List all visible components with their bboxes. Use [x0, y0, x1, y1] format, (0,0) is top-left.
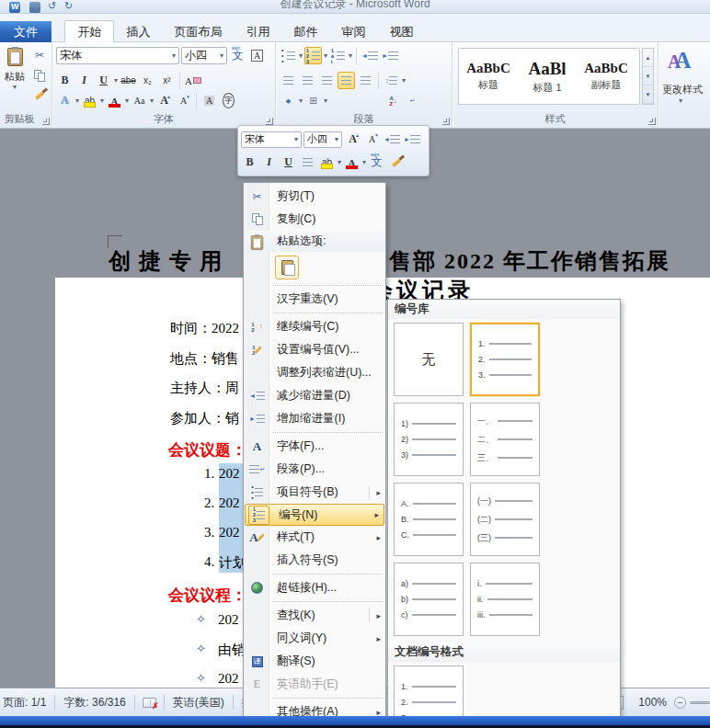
- mini-increase-indent-button[interactable]: ►: [403, 131, 421, 148]
- font-dialog-launcher[interactable]: [266, 118, 273, 125]
- numbering-option-none[interactable]: 无: [394, 323, 464, 396]
- numbering-option[interactable]: A.B.C.: [394, 483, 464, 556]
- numbering-option[interactable]: i.ii.iii.: [470, 563, 540, 636]
- menu-item-increase-indent[interactable]: ►增加缩进量(I): [244, 407, 385, 430]
- line-spacing-button[interactable]: ↕: [383, 72, 400, 89]
- menu-item-styles[interactable]: A样式(T)▸: [244, 526, 385, 549]
- menu-item-continue-numbering[interactable]: 12→继续编号(C): [244, 315, 385, 338]
- menu-item-set-numbering-value[interactable]: 12设置编号值(V)...: [244, 338, 385, 361]
- style-gallery-item[interactable]: AaBbC标题: [459, 49, 518, 104]
- underline-button[interactable]: [95, 72, 112, 89]
- align-left-button[interactable]: [280, 72, 297, 89]
- subscript-button[interactable]: [139, 72, 156, 89]
- highlight-color-button[interactable]: [81, 92, 98, 109]
- font-size-combo[interactable]: 小四: [181, 47, 227, 64]
- clear-formatting-button[interactable]: [184, 72, 202, 89]
- bold-button[interactable]: [56, 72, 74, 89]
- multilevel-list-button[interactable]: 1ai: [329, 47, 347, 64]
- mini-font-color-button[interactable]: [343, 154, 361, 171]
- sort-button[interactable]: AZ↓: [384, 92, 402, 109]
- ribbon-tab[interactable]: 审阅: [329, 21, 377, 43]
- menu-item-find[interactable]: 查找(K)▸: [244, 604, 385, 627]
- menu-item-cut[interactable]: ✂剪切(T): [244, 185, 385, 208]
- style-gallery-item[interactable]: AaBl标题 1: [518, 49, 577, 104]
- numbering-option[interactable]: a)b)c): [394, 563, 464, 636]
- superscript-button[interactable]: [158, 72, 176, 89]
- menu-item-synonyms[interactable]: 同义词(Y)▸: [244, 627, 385, 650]
- grow-font-button[interactable]: [155, 92, 173, 109]
- mini-grow-font-button[interactable]: [344, 131, 361, 148]
- menu-item-paragraph[interactable]: ↵段落(P)...: [244, 458, 385, 481]
- paragraph-dialog-launcher[interactable]: [442, 118, 450, 125]
- clipboard-dialog-launcher[interactable]: [42, 118, 50, 125]
- decrease-indent-button[interactable]: ◄: [361, 47, 379, 64]
- enclose-characters-button[interactable]: [220, 92, 237, 109]
- numbering-option[interactable]: 一、二、三、: [470, 403, 540, 476]
- distribute-button[interactable]: [357, 72, 374, 89]
- numbering-option[interactable]: 1.2.3.: [470, 323, 540, 396]
- menu-item-decrease-indent[interactable]: ◄减少缩进量(D): [244, 384, 385, 407]
- justify-button[interactable]: [338, 72, 355, 89]
- character-border-button[interactable]: [248, 47, 266, 64]
- mini-font-name-combo[interactable]: 宋体: [241, 131, 302, 148]
- mini-underline-button[interactable]: [280, 154, 297, 171]
- menu-item-copy[interactable]: 复制(C): [244, 208, 385, 231]
- menu-item-hyperlink[interactable]: 超链接(H)...: [244, 576, 385, 599]
- paste-option-button[interactable]: [275, 256, 299, 279]
- status-language[interactable]: 英语(美国): [165, 695, 233, 711]
- ribbon-tab[interactable]: 视图: [377, 21, 425, 43]
- paste-button[interactable]: 粘贴: [2, 46, 28, 110]
- numbering-option[interactable]: (一)(二)(三): [470, 483, 540, 556]
- text-effects-button[interactable]: [56, 92, 74, 109]
- menu-item-paste-options[interactable]: 粘贴选项:: [244, 231, 385, 252]
- numbering-button[interactable]: 123: [304, 47, 322, 64]
- numbering-option[interactable]: 1)2)3): [394, 403, 464, 476]
- styles-dialog-launcher[interactable]: [648, 118, 656, 125]
- mini-font-size-combo[interactable]: 小四: [303, 131, 342, 148]
- ribbon-tab[interactable]: 引用: [234, 21, 281, 43]
- style-gallery-scroll[interactable]: ▲ ▼ ▼: [642, 48, 654, 105]
- menu-item-hanzi-reselect[interactable]: 汉字重选(V): [244, 288, 385, 311]
- mini-shrink-font-button[interactable]: [363, 131, 381, 148]
- change-styles-button[interactable]: AA 更改样式: [658, 42, 710, 128]
- increase-indent-button[interactable]: ►: [381, 47, 399, 64]
- font-name-combo[interactable]: 宋体: [56, 47, 179, 64]
- phonetic-guide-button[interactable]: [229, 47, 246, 64]
- menu-item-translate[interactable]: 译翻译(S): [244, 650, 385, 673]
- status-page-indicator[interactable]: 页面: 1/1: [0, 695, 54, 711]
- ribbon-tab[interactable]: 页面布局: [162, 21, 234, 43]
- ribbon-tab[interactable]: 开始: [64, 20, 114, 42]
- spellcheck-icon[interactable]: ✗: [143, 698, 156, 708]
- align-right-button[interactable]: [318, 72, 336, 89]
- style-gallery-item[interactable]: AaBbC副标题: [577, 49, 636, 104]
- tab-file[interactable]: 文件: [0, 21, 52, 43]
- cut-button[interactable]: ✂: [31, 48, 48, 63]
- zoom-slider[interactable]: [690, 701, 710, 704]
- format-painter-button[interactable]: [31, 88, 48, 103]
- mini-format-painter-button[interactable]: [387, 154, 405, 171]
- mini-decrease-indent-button[interactable]: ◄: [383, 131, 401, 148]
- numbering-option[interactable]: 1.2.3.: [394, 665, 464, 720]
- align-center-button[interactable]: [299, 72, 316, 89]
- status-word-count[interactable]: 字数: 36/316: [55, 695, 133, 711]
- menu-item-adjust-list-indents[interactable]: 调整列表缩进(U)...: [244, 361, 385, 384]
- menu-item-numbering[interactable]: 123编号(N)▸: [245, 504, 384, 526]
- menu-item-font[interactable]: A字体(F)...: [244, 435, 385, 458]
- italic-button[interactable]: [75, 72, 93, 89]
- ribbon-tab[interactable]: 插入: [114, 21, 162, 43]
- mini-highlight-button[interactable]: [318, 154, 336, 171]
- ribbon-tab[interactable]: 邮件: [281, 21, 329, 43]
- mini-center-button[interactable]: [299, 154, 316, 171]
- mini-italic-button[interactable]: [260, 154, 278, 171]
- font-color-button[interactable]: [106, 92, 123, 109]
- zoom-level[interactable]: 100%: [638, 696, 667, 709]
- borders-button[interactable]: ⊞: [304, 92, 322, 109]
- menu-item-bullets[interactable]: •••项目符号(B)▸: [244, 481, 385, 504]
- change-case-button[interactable]: [131, 92, 148, 109]
- show-marks-button[interactable]: ↵: [404, 92, 421, 109]
- bullets-button[interactable]: •••: [280, 47, 297, 64]
- shading-button[interactable]: ◆: [280, 92, 297, 109]
- gallery-more-icon[interactable]: ▼: [643, 85, 653, 104]
- shrink-font-button[interactable]: [175, 92, 192, 109]
- menu-item-insert-symbol[interactable]: 插入符号(S): [244, 549, 385, 572]
